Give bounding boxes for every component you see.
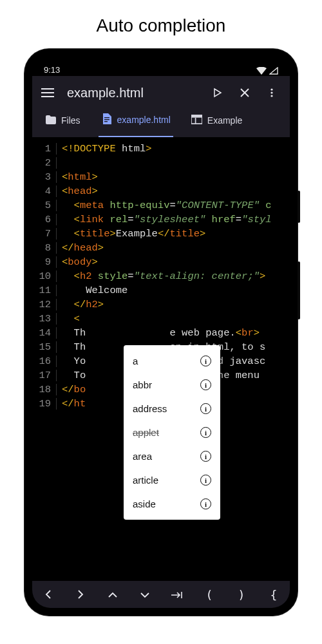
- line-number: 8: [32, 242, 57, 254]
- line-number: 3: [32, 171, 57, 183]
- svg-point-2: [270, 95, 272, 97]
- info-icon[interactable]: i: [200, 379, 211, 390]
- line-number: 7: [32, 228, 57, 240]
- svg-rect-7: [191, 115, 202, 117]
- file-icon: [101, 113, 112, 126]
- close-button[interactable]: [236, 84, 254, 102]
- more-button[interactable]: [263, 84, 281, 102]
- autocomplete-label: address: [133, 403, 167, 414]
- autocomplete-item[interactable]: abbri: [124, 373, 220, 397]
- code-line[interactable]: 12 </h2>: [32, 298, 290, 312]
- symbol-key[interactable]: ): [229, 588, 254, 601]
- code-content: <body>: [57, 256, 98, 268]
- code-content: <meta http-equiv="CONTENT-TYPE" c: [57, 200, 272, 211]
- phone-frame: 9:13 example.html Filesexample.ht: [24, 49, 298, 616]
- tab-preview[interactable]: Example: [189, 109, 245, 137]
- more-vertical-icon: [267, 88, 277, 98]
- code-content: </bo: [57, 384, 86, 395]
- code-content: <title>Example</title>: [57, 228, 205, 240]
- line-number: 2: [32, 157, 57, 169]
- line-number: 9: [32, 256, 57, 268]
- status-bar: 9:13: [32, 57, 290, 76]
- autocomplete-item[interactable]: appleti: [124, 421, 220, 444]
- play-icon: [213, 88, 223, 98]
- svg-rect-5: [104, 121, 108, 122]
- code-line[interactable]: 14 Th e web page.<br>: [32, 326, 290, 340]
- code-editor[interactable]: 1<!DOCTYPE html>23<html>4<head>5 <meta h…: [32, 138, 290, 581]
- code-line[interactable]: 6 <link rel="stylesheet" href="styl: [32, 213, 290, 227]
- symbol-key[interactable]: [35, 588, 61, 601]
- info-icon[interactable]: i: [200, 355, 211, 366]
- chevron-down-icon: [140, 591, 149, 599]
- code-line[interactable]: 4<head>: [32, 184, 290, 198]
- tab-icon: [171, 591, 184, 599]
- code-line[interactable]: 11 Welcome: [32, 283, 290, 298]
- autocomplete-item[interactable]: asidei: [124, 492, 220, 516]
- autocomplete-item[interactable]: ai: [124, 349, 220, 373]
- tab-files[interactable]: Files: [43, 109, 83, 137]
- symbol-key[interactable]: (: [196, 588, 222, 601]
- code-line[interactable]: 13 <: [32, 312, 290, 326]
- code-content: Th e web page.<br>: [57, 327, 260, 339]
- code-line[interactable]: 5 <meta http-equiv="CONTENT-TYPE" c: [32, 198, 290, 213]
- symbol-key[interactable]: {: [261, 588, 287, 601]
- code-line[interactable]: 2: [32, 156, 290, 170]
- run-button[interactable]: [209, 84, 227, 102]
- info-icon[interactable]: i: [200, 475, 211, 486]
- tab-bar: Filesexample.htmlExample: [32, 109, 290, 138]
- code-line[interactable]: 7 <title>Example</title>: [32, 227, 290, 241]
- code-content: <: [57, 313, 80, 325]
- symbol-key[interactable]: [132, 588, 158, 601]
- svg-rect-4: [104, 119, 109, 120]
- app-title: example.html: [67, 86, 144, 100]
- autocomplete-popup: aiabbriaddressiappletiareaiarticleiaside…: [124, 345, 220, 520]
- code-content: <link rel="stylesheet" href="styl: [57, 214, 272, 225]
- line-number: 5: [32, 200, 57, 211]
- autocomplete-label: area: [133, 451, 152, 462]
- autocomplete-item[interactable]: addressi: [124, 397, 220, 421]
- chevron-right-icon: [77, 590, 84, 599]
- code-line[interactable]: 9<body>: [32, 255, 290, 269]
- menu-icon[interactable]: [41, 88, 54, 97]
- symbol-key[interactable]: [100, 588, 126, 601]
- phone-side-button: [298, 261, 300, 319]
- wifi-icon: [256, 67, 267, 75]
- autocomplete-label: aside: [133, 498, 156, 509]
- code-line[interactable]: 1<!DOCTYPE html>: [32, 142, 290, 156]
- phone-screen: 9:13 example.html Filesexample.ht: [32, 57, 290, 608]
- line-number: 4: [32, 185, 57, 197]
- symbol-key[interactable]: [164, 588, 190, 601]
- symbol-toolbar: (){: [32, 581, 290, 608]
- code-content: </h2>: [57, 299, 104, 310]
- info-icon[interactable]: i: [200, 451, 211, 462]
- autocomplete-label: a: [133, 355, 138, 366]
- info-icon[interactable]: i: [200, 403, 211, 414]
- info-icon[interactable]: i: [200, 498, 211, 509]
- code-content: <head>: [57, 185, 98, 197]
- code-line[interactable]: 3<html>: [32, 170, 290, 184]
- signal-icon: [269, 67, 278, 75]
- code-line[interactable]: 8</head>: [32, 241, 290, 255]
- autocomplete-item[interactable]: articlei: [124, 468, 220, 492]
- tab-label: example.html: [117, 115, 171, 125]
- code-line[interactable]: 10 <h2 style="text-align: center;">: [32, 269, 290, 283]
- code-content: <html>: [57, 171, 98, 183]
- symbol-key[interactable]: [68, 588, 93, 601]
- autocomplete-label: abbr: [133, 379, 152, 390]
- app-bar: example.html: [32, 76, 290, 109]
- autocomplete-item[interactable]: areai: [124, 444, 220, 468]
- line-number: 14: [32, 327, 57, 339]
- line-number: 1: [32, 143, 57, 155]
- line-number: 11: [32, 285, 57, 296]
- page-heading: Auto completion: [0, 0, 322, 49]
- line-number: 19: [32, 398, 57, 410]
- autocomplete-label: applet: [133, 427, 159, 438]
- tab-example[interactable]: example.html: [99, 109, 173, 137]
- line-number: 17: [32, 370, 57, 381]
- info-icon[interactable]: i: [200, 427, 211, 438]
- code-content: </ht: [57, 398, 86, 410]
- line-number: 12: [32, 299, 57, 310]
- svg-point-1: [270, 91, 272, 93]
- tab-label: Example: [207, 115, 242, 126]
- line-number: 6: [32, 214, 57, 225]
